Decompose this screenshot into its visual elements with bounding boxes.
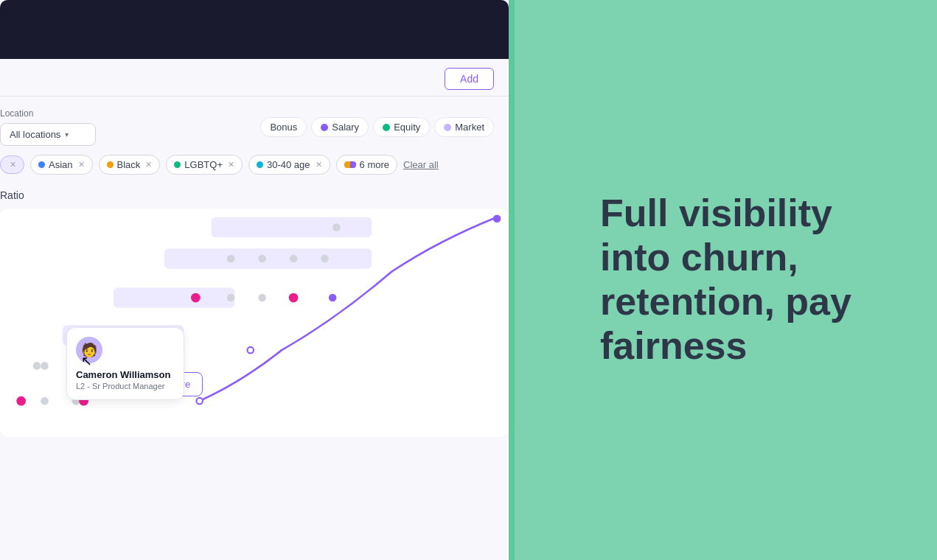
- bar-row-2: [164, 248, 372, 269]
- equity-label: Equity: [394, 122, 420, 133]
- panel-divider: [509, 0, 515, 560]
- headline-line2: into churn,: [600, 236, 798, 279]
- filter-tag-asian[interactable]: Asian ✕: [30, 155, 93, 175]
- bar-dot-3c: [258, 294, 266, 302]
- headline-line1: Full visibility: [600, 192, 832, 234]
- scatter-magenta-1: [191, 293, 201, 303]
- location-section: Location All locations ▾: [0, 108, 96, 146]
- headline-line4: fairness: [600, 324, 747, 367]
- cursor-icon: ↖: [81, 353, 92, 369]
- ratio-label: Ratio: [0, 183, 509, 209]
- close-icon[interactable]: ✕: [78, 160, 85, 169]
- bar-dot-2b: [258, 255, 266, 263]
- age-label: 30-40 age: [267, 159, 310, 170]
- top-bar: [0, 0, 509, 59]
- bar-dot-6a: [41, 397, 49, 405]
- legend-salary[interactable]: Salary: [311, 117, 369, 137]
- filter-tag-age[interactable]: 30-40 age ✕: [248, 155, 330, 175]
- age-dot: [257, 161, 263, 168]
- more-label: 6 more: [360, 159, 389, 170]
- bar-dot-2c: [290, 255, 298, 263]
- legend-equity[interactable]: Equity: [373, 117, 430, 137]
- close-icon[interactable]: ✕: [228, 160, 234, 169]
- bar-dot-1: [332, 223, 341, 231]
- equity-dot: [383, 124, 390, 131]
- chevron-down-icon: ▾: [65, 130, 69, 139]
- salary-dot: [321, 124, 328, 131]
- curve-dot-2: [247, 347, 253, 353]
- left-panel: Add Location All locations ▾ Bonus Salar…: [0, 0, 509, 560]
- filters-row: Location All locations ▾ Bonus Salary Eq…: [0, 108, 509, 155]
- more-dot: [344, 161, 356, 168]
- curve-dot-3: [329, 294, 337, 302]
- legend-bonus[interactable]: Bonus: [260, 117, 307, 137]
- close-icon[interactable]: ✕: [145, 160, 152, 169]
- legend-market[interactable]: Market: [434, 117, 494, 137]
- tooltip-name: Cameron Williamson: [76, 369, 175, 380]
- market-label: Market: [455, 122, 484, 133]
- bonus-label: Bonus: [270, 122, 297, 133]
- location-select[interactable]: All locations ▾: [0, 123, 96, 146]
- bar-dot-3b: [227, 294, 235, 302]
- salary-label: Salary: [332, 122, 359, 133]
- lgbtq-dot: [174, 161, 181, 168]
- asian-dot: [38, 161, 45, 168]
- clear-all-button[interactable]: Clear all: [403, 159, 439, 170]
- black-label: Black: [117, 159, 141, 170]
- bar-row-3: [114, 287, 235, 308]
- right-content: Full visibility into churn, retention, p…: [600, 192, 851, 368]
- market-dot: [444, 124, 451, 131]
- filter-tag-lgbtq[interactable]: LGBTQ+ ✕: [166, 155, 243, 175]
- divider: [0, 96, 509, 97]
- chart-area: ↖ 🧑 Cameron Williamson L2 - Sr Product M…: [0, 209, 509, 437]
- bar-dot-5b: [41, 362, 49, 370]
- headline-line3: retention, pay: [600, 280, 851, 323]
- filter-tag-more[interactable]: 6 more: [336, 155, 397, 175]
- right-panel: Full visibility into churn, retention, p…: [515, 0, 937, 560]
- lgbtq-label: LGBTQ+: [184, 159, 223, 170]
- scatter-magenta-5: [16, 396, 26, 406]
- curve-dot-1: [196, 398, 202, 404]
- scatter-magenta-2: [289, 293, 299, 303]
- add-button[interactable]: Add: [445, 68, 494, 90]
- filter-tag-first[interactable]: ✕: [0, 155, 24, 174]
- location-value: All locations: [10, 129, 60, 140]
- bar-row-1: [212, 217, 372, 238]
- curve-dot-4: [493, 215, 501, 223]
- bar-dot-5a: [33, 362, 41, 370]
- filter-tags-row: ✕ Asian ✕ Black ✕ LGBTQ+ ✕ 30-40 age ✕ 6…: [0, 155, 509, 183]
- tooltip-role: L2 - Sr Product Manager: [76, 382, 175, 391]
- legend-badges: Bonus Salary Equity Market: [260, 117, 494, 137]
- bar-dot-2a: [227, 255, 235, 263]
- location-label: Location: [0, 108, 96, 119]
- asian-label: Asian: [49, 159, 73, 170]
- add-button-row: Add: [0, 59, 509, 96]
- trend-line: [200, 217, 497, 401]
- bar-dot-2d: [321, 255, 329, 263]
- black-dot: [107, 161, 114, 168]
- filter-tag-black[interactable]: Black ✕: [99, 155, 161, 175]
- chart-svg: [0, 209, 509, 437]
- close-icon[interactable]: ✕: [10, 160, 16, 169]
- close-icon[interactable]: ✕: [316, 160, 322, 169]
- headline: Full visibility into churn, retention, p…: [600, 192, 851, 368]
